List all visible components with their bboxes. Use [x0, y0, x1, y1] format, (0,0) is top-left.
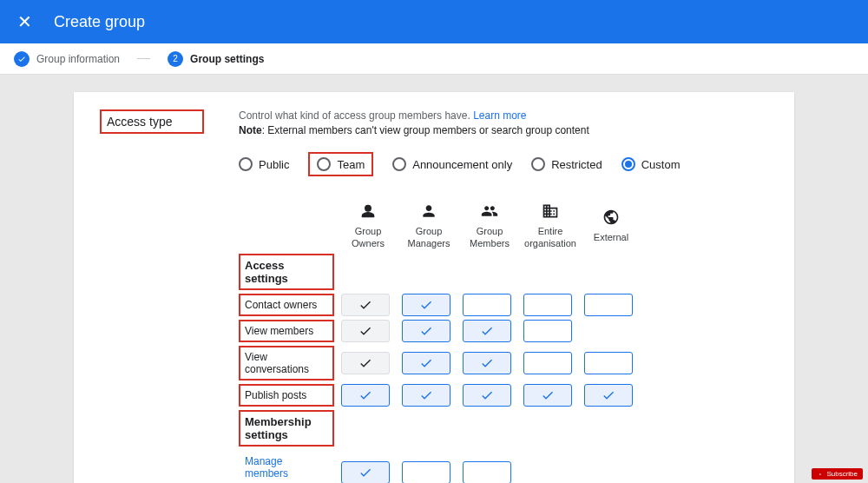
radio-announcement[interactable]: Announcement only: [392, 157, 512, 171]
radio-icon: [621, 157, 635, 171]
radio-icon: [317, 157, 331, 171]
access-settings-label: Access settings: [239, 254, 334, 290]
cell-view-members-org[interactable]: [523, 320, 572, 342]
access-description: Control what kind of access group member…: [239, 109, 768, 122]
radio-team[interactable]: Team: [308, 152, 373, 176]
main-card: Access type Control what kind of access …: [74, 92, 794, 483]
access-type-radios: Public Team Announcement only Restricted…: [239, 152, 768, 176]
cell-contact-owners-owners[interactable]: [341, 294, 390, 316]
cell-view-conv-org[interactable]: [523, 352, 572, 374]
cell-publish-members[interactable]: [463, 384, 511, 407]
row-manage-members: Manage members: [239, 450, 334, 483]
header-title: Create group: [54, 13, 145, 31]
radio-custom[interactable]: Custom: [621, 157, 681, 171]
radio-label: Public: [259, 158, 289, 171]
cell-manage-managers[interactable]: [402, 461, 450, 483]
check-icon: [14, 51, 30, 67]
radio-icon: [531, 157, 545, 171]
step-label: Group settings: [190, 53, 264, 65]
desc-text: Control what kind of access group member…: [239, 109, 473, 122]
radio-label: Team: [337, 158, 365, 171]
cell-publish-org[interactable]: [523, 384, 572, 407]
cell-contact-owners-external[interactable]: [584, 294, 633, 316]
cell-contact-owners-members[interactable]: [463, 294, 511, 316]
step-number-icon: 2: [168, 51, 183, 67]
col-entire-org: Entire organisation: [523, 202, 577, 250]
subscribe-label: Subscribe: [826, 470, 858, 478]
radio-icon: [239, 157, 253, 171]
access-type-title: Access type: [100, 109, 204, 134]
cell-publish-external[interactable]: [584, 384, 633, 407]
access-matrix: Group Owners Group Managers Group Member…: [239, 202, 768, 483]
cell-publish-owners[interactable]: [341, 384, 390, 407]
cell-view-members-members[interactable]: [463, 320, 511, 342]
cell-manage-owners[interactable]: [341, 461, 390, 483]
row-contact-owners: Contact owners: [239, 294, 334, 316]
step-group-information[interactable]: Group information: [14, 51, 120, 67]
col-group-managers: Group Managers: [402, 202, 456, 250]
cell-view-conv-external[interactable]: [584, 352, 633, 374]
radio-label: Announcement only: [412, 158, 512, 171]
radio-restricted[interactable]: Restricted: [531, 157, 602, 171]
cell-manage-members[interactable]: [463, 461, 511, 483]
access-note: Note: External members can't view group …: [239, 124, 768, 136]
step-group-settings[interactable]: 2 Group settings: [168, 51, 264, 67]
radio-label: Restricted: [551, 158, 602, 171]
row-publish-posts: Publish posts: [239, 384, 334, 407]
cell-contact-owners-managers[interactable]: [402, 294, 450, 316]
cell-publish-managers[interactable]: [402, 384, 450, 407]
row-view-conversations: View conversations: [239, 346, 334, 380]
membership-settings-label: Membership settings: [239, 410, 334, 447]
stepper-bar: Group information 2 Group settings: [0, 43, 868, 75]
youtube-icon: [817, 471, 824, 478]
radio-public[interactable]: Public: [239, 157, 289, 171]
learn-more-link[interactable]: Learn more: [473, 109, 526, 122]
cell-view-conv-members[interactable]: [463, 352, 511, 374]
cell-view-members-managers[interactable]: [402, 320, 450, 342]
cell-view-conv-managers[interactable]: [402, 352, 450, 374]
close-icon[interactable]: ✕: [17, 11, 32, 32]
radio-icon: [392, 157, 406, 171]
row-view-members: View members: [239, 320, 334, 342]
col-external: External: [584, 208, 638, 243]
header-bar: ✕ Create group: [0, 0, 868, 43]
note-label: Note: [239, 124, 262, 136]
cell-view-conv-owners[interactable]: [341, 352, 390, 374]
subscribe-badge[interactable]: Subscribe: [812, 468, 863, 480]
step-separator: [137, 58, 150, 59]
note-text: : External members can't view group memb…: [262, 124, 589, 136]
col-group-owners: Group Owners: [341, 202, 395, 250]
col-group-members: Group Members: [463, 202, 516, 250]
cell-contact-owners-org[interactable]: [523, 294, 572, 316]
radio-label: Custom: [641, 158, 681, 171]
cell-view-members-owners[interactable]: [341, 320, 390, 342]
step-label: Group information: [36, 53, 120, 65]
